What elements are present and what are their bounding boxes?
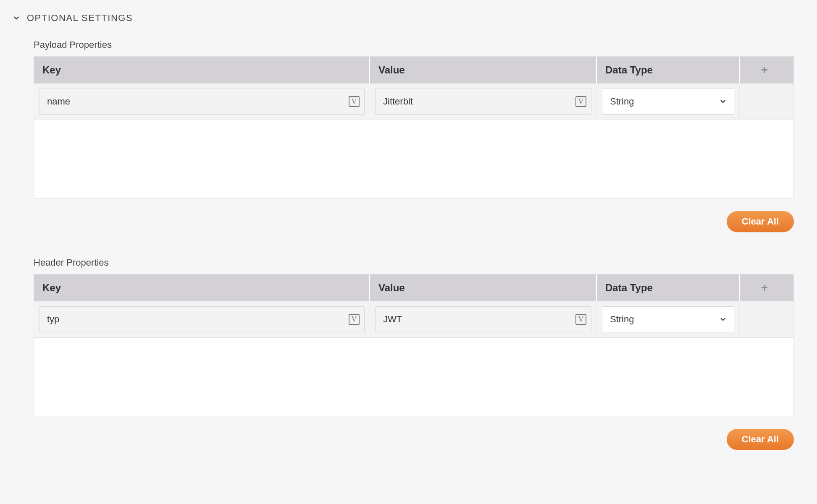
header-key-input[interactable] (39, 306, 365, 332)
column-header-value: Value (370, 274, 597, 301)
payload-key-input[interactable] (39, 89, 365, 115)
plus-icon: + (761, 64, 768, 76)
payload-properties-title: Payload Properties (34, 39, 794, 50)
header-value-input[interactable] (375, 306, 591, 332)
table-empty-area (34, 120, 793, 198)
table-row: V V String (34, 84, 793, 120)
variable-icon[interactable]: V (349, 314, 360, 325)
column-header-type: Data Type (597, 57, 740, 84)
plus-icon: + (761, 282, 768, 294)
header-properties-title: Header Properties (34, 257, 794, 268)
column-header-key: Key (34, 274, 370, 301)
table-header: Key Value Data Type + (34, 274, 793, 301)
add-row-button[interactable]: + (740, 274, 789, 301)
variable-icon[interactable]: V (575, 96, 586, 107)
variable-icon[interactable]: V (349, 96, 360, 107)
header-properties-section: Header Properties Key Value Data Type + … (34, 257, 794, 450)
add-row-button[interactable]: + (740, 57, 789, 84)
payload-type-select[interactable]: String (602, 89, 734, 115)
optional-settings-label: OPTIONAL SETTINGS (27, 13, 133, 24)
column-header-key: Key (34, 57, 370, 84)
column-header-type: Data Type (597, 274, 740, 301)
table-row: V V String (34, 301, 793, 338)
payload-clear-all-button[interactable]: Clear All (727, 211, 794, 232)
header-clear-all-button[interactable]: Clear All (727, 429, 794, 450)
optional-settings-toggle[interactable]: OPTIONAL SETTINGS (8, 13, 809, 24)
chevron-down-icon (13, 14, 20, 22)
payload-properties-section: Payload Properties Key Value Data Type +… (34, 39, 794, 232)
header-properties-table: Key Value Data Type + V V (34, 274, 794, 416)
table-header: Key Value Data Type + (34, 57, 793, 84)
variable-icon[interactable]: V (575, 314, 586, 325)
payload-properties-table: Key Value Data Type + V V (34, 56, 794, 198)
header-type-select[interactable]: String (602, 306, 734, 332)
table-empty-area (34, 338, 793, 416)
column-header-value: Value (370, 57, 597, 84)
payload-value-input[interactable] (375, 89, 591, 115)
